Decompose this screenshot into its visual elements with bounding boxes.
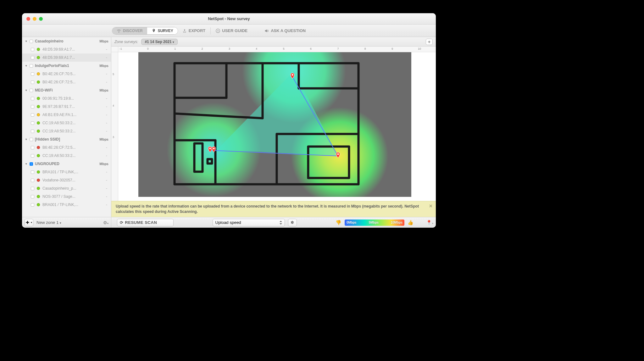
- mac-address: B6:4E:26:CF:72:5...: [42, 145, 102, 150]
- mac-address: Casadopinheiro_p...: [42, 186, 102, 191]
- ruler-tick: 5: [283, 47, 285, 50]
- mbps-value: -: [105, 153, 108, 158]
- mbps-value: -: [105, 129, 108, 133]
- network-row[interactable]: CC:19:A8:50:33:2... -: [22, 127, 111, 135]
- checkbox[interactable]: [31, 72, 34, 76]
- floorplan: [138, 52, 411, 197]
- network-row[interactable]: Casadopinheiro_p... -: [22, 184, 111, 192]
- mac-address: B0:4E:26:CF:70:5...: [42, 72, 102, 76]
- checkbox[interactable]: [31, 154, 34, 158]
- settings-button[interactable]: ⚙▾: [103, 220, 108, 225]
- checkbox[interactable]: [30, 89, 33, 92]
- mac-address: BRA001 / TP-LINK,...: [42, 203, 102, 207]
- signal-led-icon: [37, 105, 40, 108]
- network-row[interactable]: 48:D5:39:69:A1:7... -: [22, 53, 111, 62]
- metric-settings-button[interactable]: ✲: [288, 219, 297, 226]
- checkbox[interactable]: [30, 162, 33, 166]
- network-row[interactable]: CC:19:A8:50:33:2... -: [22, 152, 111, 160]
- discover-tab[interactable]: DISCOVER: [112, 27, 147, 34]
- signal-led-icon: [37, 195, 40, 198]
- checkbox[interactable]: [31, 203, 34, 207]
- checkbox[interactable]: [30, 138, 33, 141]
- survey-selector[interactable]: #1 14 Sep 2021 ▾: [141, 39, 178, 45]
- minimize-icon[interactable]: [33, 17, 36, 21]
- mbps-header: Mbps: [99, 88, 108, 92]
- close-icon[interactable]: ✕: [429, 203, 433, 209]
- add-zone-button[interactable]: ✚▾: [25, 219, 33, 226]
- network-row[interactable]: A6:B1:E9:AE:FA:1... -: [22, 111, 111, 119]
- ask-question-button[interactable]: ASK A QUESTION: [264, 28, 306, 33]
- svg-point-11: [209, 148, 211, 149]
- checkbox[interactable]: [31, 146, 34, 149]
- signal-led-icon: [37, 170, 40, 174]
- mac-address: 00:06:91:75:19:8...: [42, 96, 102, 101]
- zoom-icon[interactable]: [39, 17, 43, 21]
- signal-led-icon: [37, 72, 40, 75]
- checkbox[interactable]: [31, 130, 34, 133]
- ask-label: ASK A QUESTION: [271, 28, 306, 33]
- network-row[interactable]: CC:19:A8:50:33:2... -: [22, 119, 111, 127]
- network-group-header[interactable]: ▾ Casadopinheiro Mbps: [22, 37, 111, 45]
- marker-menu[interactable]: 📍▾: [426, 220, 433, 225]
- close-icon[interactable]: [26, 17, 30, 21]
- export-button[interactable]: EXPORT: [182, 28, 205, 33]
- checkbox[interactable]: [31, 187, 34, 190]
- network-row[interactable]: Vodafone-302057... -: [22, 176, 111, 184]
- thumbs-up-icon[interactable]: 👍: [408, 220, 414, 225]
- mac-address: 48:D5:39:69:A1:7...: [42, 55, 102, 60]
- checkbox[interactable]: [30, 64, 33, 68]
- mac-address: Vodafone-302057...: [42, 178, 102, 182]
- network-group-header[interactable]: ▾ IndulgePortoFlats1 Mbps: [22, 62, 111, 70]
- checkbox[interactable]: [31, 113, 34, 117]
- metric-selector[interactable]: Upload speed: [213, 219, 285, 226]
- signal-led-icon: [37, 203, 40, 206]
- checkbox[interactable]: [30, 40, 33, 43]
- network-row[interactable]: 9E:97:26:B7:91:7... -: [22, 103, 111, 111]
- network-row[interactable]: B0:4E:26:CF:70:5... -: [22, 70, 111, 78]
- chevron-down-icon: ▾: [25, 162, 28, 165]
- mac-address: 48:D5:39:69:A1:7...: [42, 47, 102, 52]
- checkbox[interactable]: [31, 48, 34, 51]
- mbps-value: -: [105, 121, 108, 125]
- svg-point-12: [213, 148, 215, 149]
- network-row[interactable]: NOS-3077 / Sage... -: [22, 192, 111, 201]
- ruler-tick: 4: [256, 47, 257, 50]
- user-guide-button[interactable]: ? USER GUIDE: [216, 28, 247, 33]
- checkbox[interactable]: [31, 170, 34, 174]
- mbps-value: -: [105, 178, 108, 182]
- checkbox[interactable]: [31, 81, 34, 84]
- ruler-tick: 5: [113, 73, 114, 76]
- network-row[interactable]: B0:4E:26:CF:72:5... -: [22, 78, 111, 86]
- network-group-header[interactable]: ▾ MEO-WiFi Mbps: [22, 86, 111, 94]
- network-row[interactable]: BRA101 / TP-LINK,... -: [22, 168, 111, 176]
- network-row[interactable]: B6:4E:26:CF:72:5... -: [22, 143, 111, 152]
- ruler-tick: 8: [364, 47, 366, 50]
- survey-canvas[interactable]: -1012345678910 543: [111, 47, 436, 217]
- resume-scan-button[interactable]: ⟳ RESUME SCAN: [117, 219, 174, 226]
- checkbox[interactable]: [31, 179, 34, 182]
- survey-tab[interactable]: SURVEY: [147, 27, 178, 34]
- network-row[interactable]: 00:06:91:75:19:8... -: [22, 94, 111, 103]
- network-sidebar[interactable]: ▾ Casadopinheiro Mbps 48:D5:39:69:A1:7..…: [22, 37, 111, 217]
- footer: ✚▾ New zone 1 ▾ ⚙▾ ⟳ RESUME SCAN Upload …: [22, 217, 436, 228]
- add-survey-button[interactable]: +: [426, 39, 433, 45]
- window-title: NetSpot - New survey: [22, 16, 436, 21]
- ruler-tick: 6: [310, 47, 312, 50]
- network-group-header[interactable]: ▾ UNGROUPED Mbps: [22, 160, 111, 168]
- group-name: UNGROUPED: [35, 162, 59, 166]
- checkbox[interactable]: [31, 105, 34, 108]
- app-window: NetSpot - New survey DISCOVER SURVEY EXP…: [22, 13, 436, 228]
- network-group-header[interactable]: ▾ [Hidden SSID] Mbps: [22, 135, 111, 143]
- network-row[interactable]: BRA001 / TP-LINK,... -: [22, 201, 111, 209]
- mbps-value: -: [105, 47, 108, 52]
- checkbox[interactable]: [31, 195, 34, 198]
- checkbox[interactable]: [31, 97, 34, 100]
- checkbox[interactable]: [31, 121, 34, 125]
- thumbs-down-icon[interactable]: 👎: [336, 220, 341, 225]
- signal-led-icon: [37, 113, 40, 116]
- refresh-icon: ⟳: [120, 220, 123, 225]
- zone-selector[interactable]: New zone 1 ▾: [36, 220, 61, 225]
- heatmap-legend: 0Mbps 5Mbps 10Mbps: [345, 219, 404, 226]
- network-row[interactable]: 48:D5:39:69:A1:7... -: [22, 45, 111, 53]
- checkbox[interactable]: [31, 56, 34, 59]
